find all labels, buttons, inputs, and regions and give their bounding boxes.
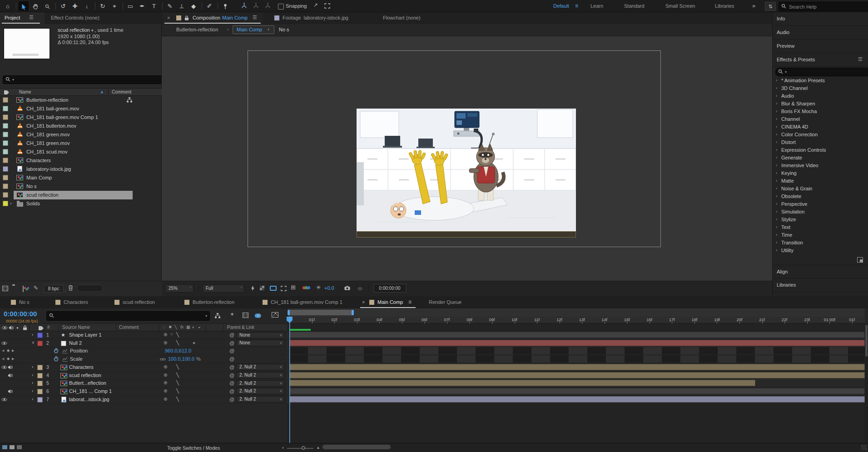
parent-select[interactable]: 2. Null 2˅ bbox=[236, 388, 284, 394]
track-row[interactable] bbox=[287, 347, 865, 355]
switch-column-icon[interactable]: fx bbox=[180, 325, 184, 329]
effects-search[interactable]: ▾ bbox=[775, 68, 868, 76]
quality-slash-icon[interactable]: ╲ bbox=[176, 388, 179, 393]
timeline-search[interactable]: ▾ bbox=[46, 311, 210, 321]
eraser-tool[interactable]: ◆ bbox=[188, 1, 198, 11]
current-time-display[interactable]: 0:00:00:00 bbox=[4, 310, 37, 318]
quality-slash-icon[interactable]: ╲ bbox=[176, 332, 179, 337]
new-composition-icon[interactable] bbox=[23, 286, 24, 292]
project-item[interactable]: scud reflection bbox=[0, 191, 162, 199]
quality-slash-icon[interactable]: ╲ bbox=[176, 340, 179, 345]
switch-column-icon[interactable]: ◒ bbox=[198, 325, 200, 329]
track-row[interactable] bbox=[287, 372, 865, 380]
project-item[interactable]: laboratory-istock.jpg bbox=[0, 165, 162, 174]
keyframe-nav-left-icon[interactable]: ◀ bbox=[2, 349, 4, 353]
quality-switch-icon[interactable]: ✳ bbox=[170, 332, 174, 337]
effect-category-transition[interactable]: ›Transition bbox=[773, 239, 866, 247]
track-row[interactable] bbox=[287, 387, 865, 396]
workspace-learn[interactable]: Learn bbox=[590, 3, 603, 9]
layer-row[interactable]: ›5Butlert...eflection⊕╲@2. Null 2˅ bbox=[0, 379, 287, 387]
expander-icon[interactable]: › bbox=[776, 178, 777, 183]
expander-icon[interactable]: › bbox=[776, 147, 777, 152]
workspace-menu-icon[interactable]: ≡ bbox=[575, 3, 578, 9]
stopwatch-icon[interactable] bbox=[54, 356, 59, 363]
panel-preview[interactable]: Preview bbox=[773, 40, 868, 53]
effect-category-time[interactable]: ›Time bbox=[773, 232, 866, 239]
graph-toggle-icon[interactable] bbox=[62, 349, 68, 354]
sync-status-icon[interactable] bbox=[10, 445, 15, 449]
render-status-icon[interactable] bbox=[2, 445, 7, 449]
effect-category-stylize[interactable]: ›Stylize bbox=[773, 216, 866, 224]
tab-footage[interactable]: Footage laboratory-istock.jpg bbox=[283, 15, 348, 20]
layer-duration-bar[interactable] bbox=[289, 332, 865, 338]
parent-select[interactable]: None˅ bbox=[236, 340, 284, 346]
lock-icon[interactable] bbox=[184, 15, 189, 21]
link-icon[interactable] bbox=[160, 357, 166, 362]
effect-category-channel[interactable]: ›Channel bbox=[773, 116, 866, 124]
roto-brush-tool[interactable]: ✐ bbox=[204, 1, 214, 11]
keyframe-nav-right-icon[interactable]: ▶ bbox=[12, 349, 14, 353]
hand-tool[interactable] bbox=[30, 1, 40, 11]
project-item[interactable]: Characters bbox=[0, 156, 162, 165]
view-axis-mode-icon[interactable] bbox=[264, 2, 271, 9]
expander-icon[interactable]: › bbox=[32, 332, 33, 337]
effect-category-cinema-4d[interactable]: ›CINEMA 4D bbox=[773, 124, 866, 131]
keyframe-nav-right-icon[interactable]: ▶ bbox=[12, 357, 14, 361]
eye-icon[interactable] bbox=[1, 341, 7, 346]
effect-category-simulation[interactable]: ›Simulation bbox=[773, 209, 866, 216]
layer-row[interactable]: ›1★Shape Layer 1⊕✳╲@None˅ bbox=[0, 331, 287, 339]
workspace-standard[interactable]: Standard bbox=[624, 3, 645, 9]
tab-project[interactable]: Project ☰ bbox=[0, 12, 45, 24]
effect-category-matte[interactable]: ›Matte bbox=[773, 178, 866, 185]
layer-swatch[interactable] bbox=[37, 365, 43, 370]
project-item[interactable]: CH_181 scud.mov bbox=[0, 148, 162, 156]
workspace-default[interactable]: Default bbox=[553, 3, 569, 9]
effect-category-audio[interactable]: ›Audio bbox=[773, 93, 866, 100]
track-row[interactable] bbox=[287, 355, 865, 363]
expander-icon[interactable]: › bbox=[776, 232, 777, 237]
pickwhip-icon[interactable]: @ bbox=[229, 373, 234, 378]
eye-icon[interactable] bbox=[1, 397, 7, 402]
time-navigator[interactable] bbox=[287, 308, 865, 317]
rectangle-tool[interactable]: ▭ bbox=[125, 1, 135, 11]
column-comment[interactable]: Comment bbox=[119, 325, 139, 330]
project-item[interactable]: ›Solids bbox=[0, 199, 162, 208]
dolly-camera-tool[interactable]: ↓ bbox=[82, 1, 92, 11]
composition-mini-flowchart-icon[interactable] bbox=[214, 313, 221, 319]
pickwhip-icon[interactable]: @ bbox=[229, 348, 234, 353]
pickwhip-icon[interactable]: @ bbox=[229, 380, 234, 386]
property-row[interactable]: ◀◆▶Position960.0,612.0@ bbox=[0, 347, 287, 355]
panel-align[interactable]: Align bbox=[773, 265, 868, 278]
motion-blur-switch-icon[interactable]: ● bbox=[193, 340, 195, 345]
tab-effect-controls[interactable]: Effect Controls (none) bbox=[51, 15, 99, 20]
camera-tool[interactable]: ⌖ bbox=[109, 1, 119, 11]
expander-icon[interactable]: › bbox=[32, 388, 33, 393]
expander-icon[interactable]: › bbox=[776, 132, 777, 137]
snap-feature-icon[interactable] bbox=[324, 3, 330, 10]
project-search[interactable]: ▾ bbox=[3, 75, 164, 84]
collapse-switch-icon[interactable]: ⊕ bbox=[164, 332, 167, 337]
panel-libraries[interactable]: Libraries bbox=[773, 278, 868, 292]
composition-viewport[interactable] bbox=[162, 36, 772, 281]
project-item[interactable]: CH_181 ball-green.mov Comp 1 bbox=[0, 113, 162, 122]
expander-icon[interactable]: › bbox=[776, 186, 777, 191]
project-item[interactable]: Main Comp bbox=[0, 174, 162, 182]
project-item[interactable]: CH_181 green.mov bbox=[0, 139, 162, 148]
panel-menu-icon[interactable]: ☰ bbox=[858, 56, 863, 62]
pickwhip-icon[interactable]: @ bbox=[229, 388, 234, 394]
tab-composition[interactable]: × Composition Main Comp ☰ bbox=[163, 12, 263, 24]
selection-tool[interactable] bbox=[19, 1, 29, 11]
graph-toggle-icon[interactable] bbox=[62, 357, 68, 363]
layer-duration-bar[interactable] bbox=[289, 396, 865, 402]
expander-icon[interactable]: › bbox=[776, 170, 777, 175]
effect-category-distort[interactable]: ›Distort bbox=[773, 139, 866, 147]
switch-column-icon[interactable]: ✹ bbox=[169, 325, 172, 329]
channel-icon[interactable] bbox=[303, 286, 310, 290]
expander-icon[interactable]: › bbox=[776, 155, 777, 160]
track-row[interactable] bbox=[287, 339, 865, 348]
layer-duration-bar[interactable] bbox=[289, 380, 755, 386]
layer-duration-bar[interactable] bbox=[289, 372, 865, 378]
panel-audio[interactable]: Audio bbox=[773, 26, 868, 40]
workspace-overflow-chevron[interactable]: » bbox=[752, 2, 755, 9]
graph-editor-icon[interactable] bbox=[272, 312, 278, 318]
